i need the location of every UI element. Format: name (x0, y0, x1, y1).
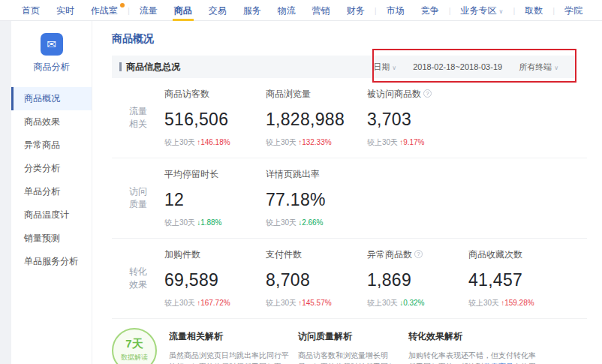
sidebar-group-title: 商品分析 (11, 61, 92, 74)
seven-day-badge: 7天 数据解读 (112, 328, 157, 364)
nav-divider: | (375, 6, 377, 15)
conversion-metrics-row: 转化效果 加购件数 69,589 较上30天↑167.72% 支付件数 8,70… (112, 238, 587, 318)
nav-item-data-extract[interactable]: 取数 (516, 0, 551, 21)
sidebar-menu: 商品概况 商品效果 异常商品 分类分析 单品分析 商品温度计 销量预测 单品服务… (11, 87, 92, 273)
terminal-filter-dropdown[interactable]: 所有终端∨ (519, 62, 558, 73)
nav-item-business-zone[interactable]: 业务专区∨ (453, 0, 512, 21)
sidebar-group-header: ✉ 商品分析 (11, 21, 92, 84)
section-label: 流量相关 (112, 88, 164, 148)
metric-avg-stay-duration: 平均停留时长 12 较上30天↓1.88% (164, 168, 266, 228)
nav-item-realtime[interactable]: 实时 (48, 0, 83, 21)
sidebar-item-category-analysis[interactable]: 分类分析 (11, 157, 92, 180)
sidebar-item-single-product-service[interactable]: 单品服务分析 (11, 250, 92, 273)
sidebar-item-sales-forecast[interactable]: 销量预测 (11, 227, 92, 250)
insight-conversion: 转化效果解析 加购转化率表现还不错，但支付转化率低于同行平均，赶快到常青商品去使… (408, 328, 536, 364)
page-title: 商品概况 (112, 32, 587, 46)
traffic-metrics-row: 流量相关 商品访客数 516,506 较上30天↑146.18% 商品浏览量 1… (112, 78, 587, 158)
metric-paid-items: 支付件数 8,708 较上30天↑145.57% (266, 248, 367, 308)
section-label: 访问质量 (112, 168, 164, 228)
sidebar-item-product-overview[interactable]: 商品概况 (11, 87, 92, 110)
insight-traffic: 流量相关解析 虽然商品浏览页日均跳出率比同行平均好，但平均停留时间低于同行平均，… (169, 328, 289, 364)
nav-divider: | (449, 6, 451, 15)
chevron-down-icon: ∨ (554, 65, 558, 71)
nav-item-products[interactable]: 商品 (166, 0, 200, 21)
nav-item-marketing[interactable]: 营销 (304, 0, 339, 21)
nav-item-traffic[interactable]: 流量 (131, 0, 166, 21)
panel-header: 商品信息总况 日期∨ 2018-02-18~2018-03-19 所有终端∨ (112, 56, 576, 78)
metric-product-visitors: 商品访客数 516,506 较上30天↑146.18% (164, 88, 266, 148)
nav-item-service[interactable]: 服务 (235, 0, 269, 21)
top-navigation: 首页 实时 作战室 | 流量 商品 交易 服务 物流 营销 财务 | 市场 竞争… (0, 0, 602, 21)
product-analysis-icon: ✉ (41, 33, 63, 56)
filter-bar: 日期∨ 2018-02-18~2018-03-19 所有终端∨ (373, 62, 558, 73)
nav-item-finance[interactable]: 财务 (339, 0, 373, 21)
section-label: 转化效果 (112, 248, 164, 308)
chevron-down-icon: ∨ (392, 65, 396, 71)
sidebar-item-product-effect[interactable]: 商品效果 (11, 110, 92, 134)
nav-item-academy[interactable]: 学院 (556, 0, 591, 21)
date-filter-dropdown[interactable]: 日期∨ (373, 62, 396, 73)
title-tick-icon (119, 62, 122, 71)
visit-quality-metrics-row: 访问质量 平均停留时长 12 较上30天↓1.88% 详情页跳出率 77.18%… (112, 158, 587, 238)
nav-item-competition[interactable]: 竞争 (413, 0, 447, 21)
sidebar-item-abnormal-products[interactable]: 异常商品 (11, 134, 92, 157)
data-interpretation-section: 7天 数据解读 流量相关解析 虽然商品浏览页日均跳出率比同行平均好，但平均停留时… (112, 318, 587, 364)
nav-item-home[interactable]: 首页 (14, 0, 48, 21)
insight-visit-quality: 访问质量解析 商品访客数和浏览量增长明显，但平均停留时长低于同行平均，建议优化商… (298, 328, 399, 364)
panel-title: 商品信息总况 (119, 61, 180, 74)
nav-divider: | (128, 6, 130, 15)
date-range-value[interactable]: 2018-02-18~2018-03-19 (413, 62, 502, 71)
help-icon[interactable]: ? (414, 250, 423, 258)
sidebar-item-product-thermometer[interactable]: 商品温度计 (11, 203, 92, 227)
nav-divider: | (552, 6, 555, 15)
metric-abnormal-products: 异常商品数? 1,869 较上30天↓0.32% (367, 248, 468, 308)
left-gutter (0, 21, 11, 364)
nav-divider: | (513, 6, 515, 15)
nav-item-logistics[interactable]: 物流 (269, 0, 304, 21)
sidebar-item-single-product-analysis[interactable]: 单品分析 (11, 180, 92, 203)
metric-product-favorites: 商品收藏次数 41,457 较上30天↑159.28% (468, 248, 570, 308)
nav-item-trade[interactable]: 交易 (200, 0, 235, 21)
metric-visited-products: 被访问商品数? 3,703 较上30天↑9.17% (367, 88, 468, 148)
nav-item-market[interactable]: 市场 (378, 0, 413, 21)
chevron-down-icon: ∨ (499, 8, 504, 15)
help-icon[interactable]: ? (423, 89, 432, 98)
metric-detail-bounce-rate: 详情页跳出率 77.18% 较上30天↓2.66% (266, 168, 367, 228)
war-room-badge-icon (120, 3, 125, 8)
nav-item-war-room[interactable]: 作战室 (83, 0, 126, 21)
metric-cart-adds: 加购件数 69,589 较上30天↑167.72% (164, 248, 266, 308)
main-content: 商品概况 商品信息总况 日期∨ 2018-02-18~2018-03-19 所有… (92, 21, 602, 364)
screen: 首页 实时 作战室 | 流量 商品 交易 服务 物流 营销 财务 | 市场 竞争… (0, 0, 602, 364)
sidebar: ✉ 商品分析 商品概况 商品效果 异常商品 分类分析 单品分析 商品温度计 销量… (11, 21, 92, 364)
metric-product-pageviews: 商品浏览量 1,828,988 较上30天↑132.33% (266, 88, 367, 148)
